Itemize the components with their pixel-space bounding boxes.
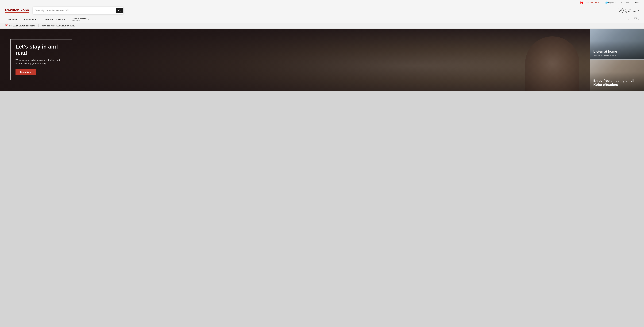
cart-button[interactable]: ▾ [633, 17, 639, 21]
svg-point-2 [636, 20, 636, 20]
account-greeting: Hi, John [624, 8, 636, 10]
globe-icon: 🌐 [605, 1, 608, 4]
nav-right: ♡ ▾ [628, 17, 639, 21]
hero-title: Let's stay in and read [16, 44, 67, 56]
gift-cards-link[interactable]: Gift Cards [621, 1, 630, 3]
hero-panel-audiobook[interactable]: Listen at home Your first audiobook is o… [590, 29, 644, 60]
account-menu[interactable]: Hi, John My Account ▾ [618, 7, 639, 13]
search-box [33, 7, 123, 14]
language-chevron-icon: ▾ [615, 2, 616, 3]
reco-prefix: John, see your [42, 25, 54, 27]
panel-bottom-title: Enjoy free shipping on all Kobo eReaders [593, 79, 640, 87]
panel-top-sub-text: Your first audiobook is on us [593, 54, 616, 56]
hero-subtitle: We're working to bring you great offers … [16, 58, 67, 65]
search-button[interactable] [116, 7, 122, 13]
hero-right-panels: Listen at home Your first audiobook is o… [590, 29, 644, 91]
promo-link[interactable]: Get $15, John! [586, 1, 599, 4]
canada-flag-icon: 🇨🇦 [580, 1, 583, 4]
notification-bar: 🚩 Get DAILY DEALS and more! John, see yo… [0, 23, 644, 29]
hero-section: Let's stay in and read We're working to … [0, 29, 644, 91]
audiobooks-chevron-icon: ▾ [39, 18, 40, 20]
svg-point-0 [620, 9, 622, 10]
audiobooks-label: AUDIOBOOKS [24, 18, 38, 20]
divider: | [602, 1, 602, 4]
cart-chevron-icon: ▾ [638, 18, 639, 20]
hero-content-border: Let's stay in and read We're working to … [10, 39, 72, 80]
superpoints-group: SUPER POINTS Balance: 0 [72, 17, 88, 21]
nav-ebooks[interactable]: eBOOKS ▾ [5, 16, 21, 22]
language-label: English [608, 1, 614, 3]
hero-main-banner[interactable]: Let's stay in and read We're working to … [0, 29, 590, 91]
divider2: | [618, 1, 619, 4]
ebooks-label: eBOOKS [8, 18, 17, 20]
superpoints-balance: Balance: 0 [72, 19, 80, 21]
help-link[interactable]: Help [635, 1, 639, 3]
account-icon [618, 7, 624, 13]
apps-chevron-icon: ▾ [66, 18, 66, 20]
user-icon [619, 9, 622, 12]
nav-items: eBOOKS ▾ AUDIOBOOKS ▾ APPS & eREADERS ▾ … [5, 15, 628, 23]
apps-label: APPS & eREADERS [45, 18, 65, 20]
deals-flag-icon: 🚩 [5, 24, 8, 27]
nav-superpoints[interactable]: SUPER POINTS Balance: 0 ▾ [69, 15, 92, 23]
svg-point-1 [635, 20, 635, 20]
notif-separator [38, 24, 39, 27]
cart-svg-icon [633, 17, 638, 20]
logo[interactable]: Rakuten kobo [5, 8, 29, 13]
wishlist-button[interactable]: ♡ [628, 17, 631, 21]
account-chevron-icon: ▾ [638, 9, 639, 12]
recommendations-link[interactable]: John, see your RECOMMENDATIONS [42, 25, 75, 27]
hero-content: Let's stay in and read We're working to … [10, 39, 72, 80]
superpoints-chevron-icon: ▾ [88, 18, 89, 20]
hero-panel-ereaders[interactable]: Enjoy free shipping on all Kobo eReaders [590, 60, 644, 91]
panel-top-content: Listen at home Your first audiobook is o… [593, 49, 617, 56]
deals-text: Get DAILY DEALS and more! [9, 25, 36, 27]
nav-bar: eBOOKS ▾ AUDIOBOOKS ▾ APPS & eREADERS ▾ … [0, 16, 644, 23]
account-label: My Account [624, 10, 636, 13]
header: Rakuten kobo Hi, John My Account ▾ [0, 5, 644, 16]
logo-underline [5, 12, 29, 13]
search-input[interactable] [35, 9, 116, 11]
logo-text: Rakuten kobo [5, 8, 29, 12]
panel-top-title: Listen at home [593, 49, 617, 53]
panel-top-chevron-icon: › [616, 54, 617, 56]
logo-kobo: kobo [20, 8, 29, 12]
nav-apps-ereaders[interactable]: APPS & eREADERS ▾ [42, 16, 69, 22]
shop-now-button[interactable]: Shop Now [16, 69, 36, 75]
top-bar: 🇨🇦 Get $15, John! | 🌐 English ▾ | Gift C… [0, 0, 644, 5]
nav-audiobooks[interactable]: AUDIOBOOKS ▾ [21, 16, 43, 22]
cart-icon [633, 17, 638, 21]
search-icon [118, 9, 121, 12]
account-text: Hi, John My Account [624, 8, 636, 13]
reco-link-text: RECOMMENDATIONS [55, 25, 75, 27]
panel-bottom-content: Enjoy free shipping on all Kobo eReaders [593, 79, 640, 87]
superpoints-label: SUPER POINTS [72, 17, 88, 19]
logo-rakuten: Rakuten [5, 8, 20, 12]
divider3: | [632, 1, 633, 4]
language-selector[interactable]: 🌐 English ▾ [605, 1, 616, 4]
hero-overlay [0, 29, 590, 91]
panel-top-subtitle: Your first audiobook is on us › [593, 54, 617, 56]
ebooks-chevron-icon: ▾ [18, 18, 18, 20]
red-accent-bar [590, 29, 644, 29]
